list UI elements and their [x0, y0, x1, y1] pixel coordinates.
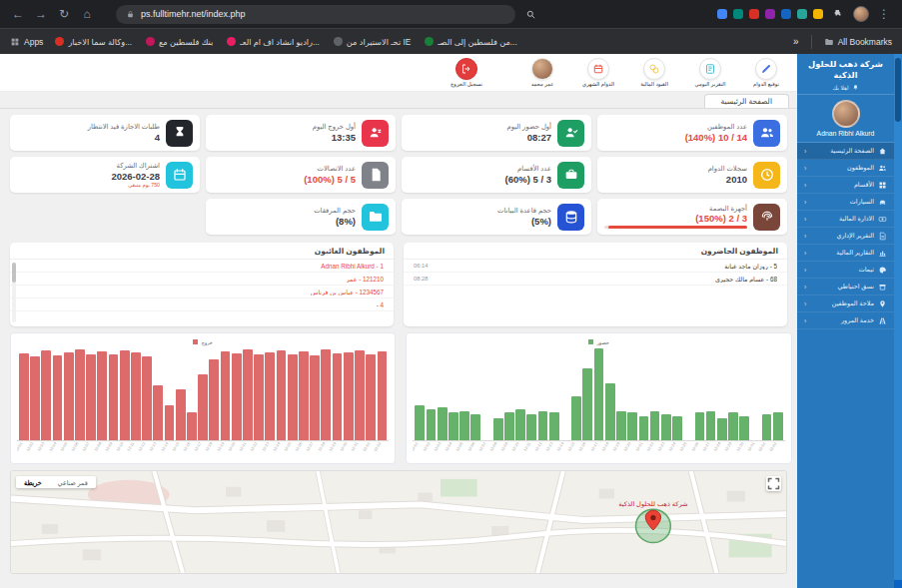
topbar-action[interactable]: التقرير اليومي	[687, 58, 733, 87]
back-icon[interactable]: ←	[10, 6, 26, 22]
stat-card: حجم قاعدة البيانات(5%)	[402, 199, 591, 235]
sidebar: شركة ذهب للحلول الذكية اهلا بك Adnan Rib…	[797, 54, 894, 588]
card-content: أول خروج اليوم13:35	[213, 123, 356, 142]
topbar-action[interactable]: الدوام الشهري	[575, 58, 621, 87]
topbar-action[interactable]: توقيع الدوام	[743, 58, 789, 87]
extension-icon[interactable]	[781, 9, 791, 19]
forward-icon[interactable]: →	[33, 6, 49, 22]
card-icon	[362, 162, 389, 189]
bookmarks-separator	[811, 35, 812, 49]
list-item[interactable]: 4 -	[10, 298, 394, 311]
card-content: اشتراك الشركة2026-02-28750 يوم متبقي	[17, 162, 160, 187]
user-avatar[interactable]	[832, 100, 860, 128]
sidebar-item[interactable]: ملاحة الموظفين‹	[797, 295, 894, 312]
search-icon[interactable]	[522, 6, 538, 22]
chart-bar	[706, 411, 716, 440]
chart-bar	[288, 354, 298, 440]
sidebar-item[interactable]: التقرير الإداري‹	[797, 228, 894, 245]
employee-name: 121210 - عمر	[347, 276, 384, 283]
sidebar-item[interactable]: السيارات‹	[797, 194, 894, 211]
location-map[interactable]: شركة ذهب للحلول الذكية خريطة قمر صناعي	[10, 470, 787, 574]
bookmark-item[interactable]: تحـ الاستيراد من IE	[334, 37, 411, 47]
scrollbar-thumb[interactable]	[895, 58, 901, 122]
map-type-control: خريطة قمر صناعي	[16, 476, 96, 488]
card-progress-fill	[608, 226, 747, 229]
legend-label: حضور	[596, 339, 608, 345]
reload-icon[interactable]: ↻	[56, 6, 72, 22]
chart-bar	[661, 414, 671, 440]
list-item[interactable]: 5 - روزان ماجد غبانة06:14	[404, 260, 787, 273]
sidebar-item[interactable]: الموظفون‹	[797, 160, 894, 177]
fullscreen-icon[interactable]	[766, 476, 781, 491]
extension-icon[interactable]	[733, 9, 743, 19]
bookmark-item[interactable]: من فلسطين إلى الصـ...	[425, 37, 516, 47]
extension-icon[interactable]	[765, 9, 775, 19]
archive-icon	[878, 283, 887, 292]
chart-bar	[728, 412, 738, 440]
sidebar-item[interactable]: ثيمات‹	[797, 262, 894, 279]
list-scrollbar[interactable]	[12, 263, 16, 322]
bookmark-item[interactable]: وكالة سما الاخبار...	[55, 37, 132, 47]
chart-plot	[413, 346, 784, 441]
sidebar-item-label: التقارير المالية	[810, 249, 874, 257]
sidebar-menu: الصفحة الرئيسية‹الموظفون‹الأقسام‹السيارا…	[797, 143, 894, 588]
card-value: 3 / 2 (150%)	[604, 213, 747, 224]
url-text: ps.fulltimehr.net/index.php	[141, 9, 246, 19]
sidebar-item[interactable]: التقارير المالية‹	[797, 245, 894, 262]
topbar-action[interactable]: القيود المالية	[631, 58, 677, 87]
card-icon	[166, 120, 193, 147]
extensions-puzzle-icon[interactable]	[830, 6, 846, 22]
browser-profile-avatar[interactable]	[853, 6, 869, 22]
list-item[interactable]: 121210 - عمر	[10, 273, 394, 286]
list-item[interactable]: 68 - عسام مالك حجيري08:28	[404, 273, 787, 286]
sidebar-item[interactable]: الأقسام‹	[797, 177, 894, 194]
sidebar-item[interactable]: الادارة المالية‹	[797, 211, 894, 228]
satellite-button[interactable]: قمر صناعي	[50, 476, 96, 488]
logout-icon-circle	[455, 58, 477, 80]
topbar-user[interactable]: عمر محمد	[519, 58, 565, 87]
extension-icon[interactable]	[813, 9, 823, 19]
sidebar-item[interactable]: الصفحة الرئيسية‹	[797, 143, 894, 160]
bookmark-item[interactable]: بنك فلسطين مع	[146, 37, 213, 47]
palette-icon	[878, 266, 887, 275]
chart-bar	[97, 351, 107, 440]
browser-titlebar: ← → ↻ ⌂ ps.fulltimehr.net/index.php ⋮	[0, 0, 902, 28]
chart-icon	[878, 249, 887, 258]
pin-icon	[878, 299, 887, 308]
card-value: (8%)	[213, 216, 356, 227]
home-icon[interactable]: ⌂	[79, 6, 95, 22]
chart-bar	[355, 350, 365, 440]
bookmarks-overflow-chevron[interactable]: »	[793, 36, 799, 47]
all-bookmarks-button[interactable]: All Bookmarks	[824, 37, 892, 47]
chevron-left-icon: ‹	[804, 216, 806, 223]
sidebar-item[interactable]: نسق احتياطي‹	[797, 279, 894, 295]
chart-bar	[427, 409, 437, 440]
logout-icon	[460, 63, 472, 75]
tab-home[interactable]: الصفحة الرئيسية	[704, 94, 789, 108]
address-bar[interactable]: ps.fulltimehr.net/index.php	[116, 5, 515, 24]
list-item[interactable]: 1 - Adnan Ribhi Alkurd	[10, 260, 394, 273]
extension-icon[interactable]	[717, 9, 727, 19]
folder-icon	[824, 37, 834, 47]
page-scrollbar[interactable]	[894, 54, 902, 588]
map-button[interactable]: خريطة	[16, 476, 50, 488]
apps-shortcut[interactable]: Apps	[10, 37, 43, 47]
users-icon	[759, 125, 775, 141]
extension-icon[interactable]	[749, 9, 759, 19]
extension-icon[interactable]	[797, 9, 807, 19]
legend-label: خروج	[201, 339, 213, 345]
chart-bar	[605, 383, 615, 440]
sidebar-item[interactable]: خدمة المرور‹	[797, 312, 894, 329]
menu-kebab-icon[interactable]: ⋮	[876, 6, 892, 22]
absent-employees-card: الموظفون الغائبون1 - Adnan Ribhi Alkurd1…	[10, 243, 394, 326]
chart-bar	[695, 412, 705, 440]
sidebar-item-label: السيارات	[810, 198, 874, 206]
chart-bar	[142, 356, 152, 440]
list-item[interactable]: 1234567 - عباس بن فرناس	[10, 286, 394, 298]
chart-bar	[333, 353, 343, 440]
home-icon	[878, 147, 887, 156]
bookmark-item[interactable]: راديو انشاد اف ام العـ...	[227, 37, 320, 47]
logout-button[interactable]: تسجيل الخروج	[444, 58, 489, 87]
chart-bar	[19, 353, 29, 440]
chart-plot	[17, 346, 389, 441]
